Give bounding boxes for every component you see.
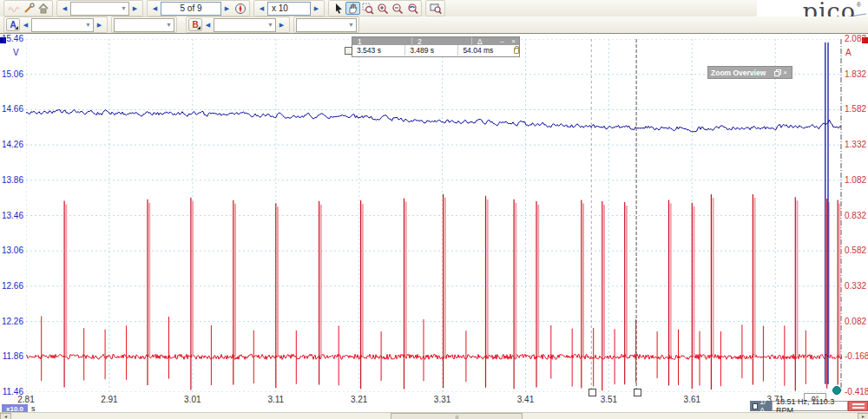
restore-window-icon[interactable] — [774, 69, 780, 75]
ruler-1-value: 3.543 s — [352, 45, 405, 56]
right-axis-tick: -0.418 — [845, 388, 868, 396]
wrench-icon[interactable] — [21, 2, 36, 15]
page-indicator[interactable]: 5 of 9 — [161, 2, 221, 16]
channel-b-group: B ◀ ▼ ▶ — [186, 16, 290, 33]
horizontal-scrollbar[interactable]: ◄ ► — [0, 412, 868, 419]
scroll-right-button[interactable]: ► — [858, 413, 868, 419]
right-axis-tick: 1.082 — [845, 176, 866, 185]
checkbox-icon[interactable] — [753, 403, 758, 409]
channel-a-menu-corner-icon — [15, 26, 18, 29]
ruler-legend-close-button[interactable]: × — [508, 37, 519, 45]
channel-b-range-up-button[interactable]: ▶ — [276, 18, 287, 31]
rotation-ruler-badge[interactable] — [848, 401, 868, 411]
right-axis-tick: 1.832 — [845, 70, 866, 79]
right-axis-tick: 1.582 — [845, 105, 866, 114]
channel-a-group: A ◀ ▼ ▶ — [3, 16, 108, 33]
left-axis-tick: 12.26 — [0, 318, 23, 326]
time-axis-tick: 3.21 — [342, 396, 377, 404]
right-axis-tick: 0.332 — [845, 282, 866, 291]
right-axis-tick: 2.082 — [845, 35, 866, 43]
right-axis-tick: -0.168 — [845, 352, 868, 361]
zoom-factor-box[interactable]: x 10 — [267, 2, 311, 16]
right-axis-tick: 1.332 — [845, 141, 866, 149]
time-axis-tick: 2.91 — [92, 396, 127, 404]
zoom-factor-decrease-button[interactable]: ◀ — [256, 2, 267, 15]
waveform-select-group: ◀ ▼ ▶ — [56, 0, 143, 16]
waveform-dropdown[interactable]: ▼ — [70, 2, 129, 16]
left-axis-tick: 13.86 — [0, 176, 23, 185]
time-axis-tick: 3.41 — [509, 396, 543, 404]
scrollbar-thumb[interactable] — [391, 413, 523, 419]
app-buttons-group — [3, 0, 53, 16]
ruler-col-delta: Δ — [472, 37, 496, 46]
next-page-button[interactable]: ▶ — [221, 2, 233, 15]
channel-b-probe-dropdown[interactable]: ▼ — [296, 18, 357, 32]
time-axis-tick: 3.51 — [591, 396, 626, 404]
hand-pan-icon[interactable] — [345, 2, 360, 15]
zoom-window-group — [425, 0, 445, 16]
frequency-badge[interactable]: 1/Δ — [750, 401, 772, 411]
frequency-readout: 18.51 Hz, 1110.3 RPM — [772, 401, 848, 411]
channel-a-button[interactable]: A — [6, 18, 20, 31]
zoom-undo-icon[interactable] — [404, 2, 419, 15]
main-toolbar: ◀ ▼ ▶ ◀ 5 of 9 ▶ ◀ x 10 ▶ — [0, 0, 868, 17]
ruler-col-1: 1 — [352, 37, 412, 46]
logo-registered-mark: ® — [857, 2, 861, 8]
ruler-delta-value: 54.04 ms — [458, 45, 510, 56]
channel-b-button[interactable]: B — [188, 18, 202, 31]
time-ruler-1-handle[interactable] — [634, 389, 641, 396]
channel-b-menu-corner-icon — [197, 26, 201, 29]
right-axis-unit: A — [845, 48, 852, 57]
channel-a-probe-group: ▼ — [111, 16, 177, 33]
channel-a-range-dropdown[interactable]: ▼ — [31, 18, 94, 32]
left-axis-tick: 12.66 — [0, 282, 23, 291]
channel-b-range-down-button[interactable]: ◀ — [202, 18, 214, 31]
pico-waveform-icon[interactable] — [6, 2, 21, 15]
frequency-statusbar: 1/Δ 18.51 Hz, 1110.3 RPM — [750, 401, 868, 411]
ruler-2-value: 3.489 s — [405, 45, 458, 56]
zoom-factor-group: ◀ x 10 ▶ — [253, 0, 325, 16]
right-axis-tick: 0.082 — [845, 318, 866, 326]
waveform-canvas[interactable] — [26, 39, 842, 392]
time-ruler-2-handle[interactable] — [589, 389, 596, 396]
zoom-overview-close-icon[interactable]: × — [781, 69, 789, 76]
chevron-down-icon: ▼ — [121, 5, 127, 11]
left-axis-tick: 15.46 — [0, 35, 23, 43]
left-axis-unit: V — [13, 48, 19, 57]
scroll-left-button[interactable]: ◄ — [0, 413, 11, 419]
chevron-down-icon: ▼ — [348, 22, 354, 28]
channel-a-range-up-button[interactable]: ▶ — [94, 18, 105, 31]
left-axis-tick: 15.06 — [0, 70, 23, 79]
left-axis-tick: 11.86 — [0, 352, 23, 361]
time-ruler-legend[interactable]: 1 2 Δ – × 3.543 s 3.489 s 54.04 ms — [352, 36, 520, 57]
ruler-col-2: 2 — [412, 37, 472, 46]
zoom-factor-increase-button[interactable]: ▶ — [311, 2, 322, 15]
ruler-lock-icon[interactable] — [514, 48, 519, 54]
zoom-window-icon[interactable] — [428, 2, 443, 15]
zoom-marquee-icon[interactable] — [360, 2, 375, 15]
left-axis-tick: 13.06 — [0, 246, 23, 255]
home-icon[interactable] — [36, 2, 50, 15]
next-waveform-button[interactable]: ▶ — [129, 2, 141, 15]
prev-page-button[interactable]: ◀ — [149, 2, 161, 15]
zoom-out-icon[interactable] — [390, 2, 404, 15]
ruler-legend-minimize-button[interactable]: – — [496, 37, 508, 45]
time-axis-tick: 3.61 — [674, 396, 709, 404]
ruler-legend-handle[interactable] — [345, 47, 352, 55]
channel-a-range-down-button[interactable]: ◀ — [20, 18, 31, 31]
chevron-down-icon: ▼ — [267, 22, 273, 28]
left-axis-tick: 14.66 — [0, 105, 23, 114]
left-axis-tick: 14.26 — [0, 141, 23, 149]
channel-b-probe-group: ▼ — [293, 16, 359, 33]
pointer-icon[interactable] — [331, 2, 345, 15]
rotation-ruler-handle[interactable] — [832, 386, 841, 395]
compass-navigator-icon[interactable] — [233, 2, 247, 15]
channel-a-probe-dropdown[interactable]: ▼ — [114, 18, 174, 32]
picoscope-window: ◀ ▼ ▶ ◀ 5 of 9 ▶ ◀ x 10 ▶ — [0, 0, 868, 419]
zoom-in-icon[interactable] — [375, 2, 390, 15]
prev-waveform-button[interactable]: ◀ — [59, 2, 70, 15]
time-axis-tick: 3.01 — [175, 396, 210, 404]
time-axis-tick: 3.31 — [425, 396, 460, 404]
zoom-overview-window[interactable]: Zoom Overview × — [707, 66, 792, 79]
channel-b-range-dropdown[interactable]: ▼ — [214, 18, 276, 32]
